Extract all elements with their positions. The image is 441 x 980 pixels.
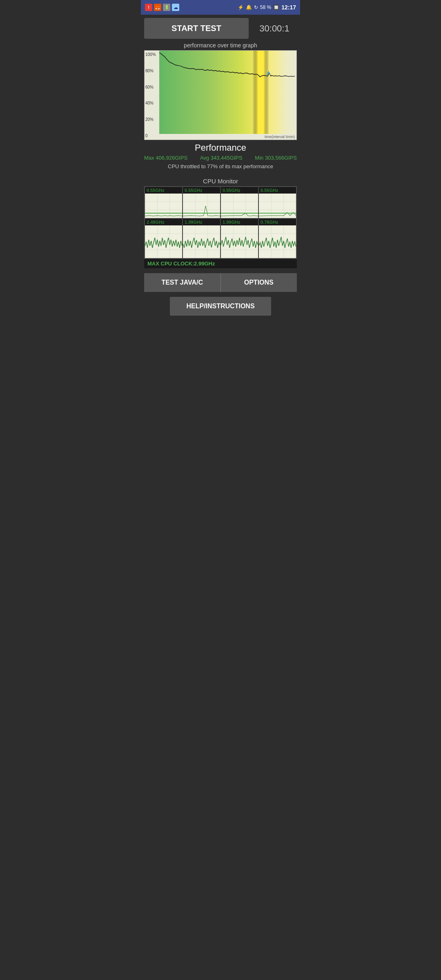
perf-avg: Avg 343,445GIPS: [200, 155, 243, 161]
cpu-chart-2: [183, 194, 220, 218]
options-button[interactable]: OPTIONS: [221, 273, 297, 292]
cpu-chart-1: [145, 194, 182, 218]
cpu-core-5: 2.49GHz: [145, 218, 183, 258]
cpu-freq-7: 1.99GHz: [221, 219, 258, 225]
help-instructions-button[interactable]: HELP/INSTRUCTIONS: [170, 297, 271, 316]
cpu-core-6: 1.99GHz: [183, 218, 220, 258]
bottom-buttons: TEST JAVA/C OPTIONS: [141, 273, 300, 292]
fox-icon: 🦊: [154, 4, 161, 11]
cpu-freq-6: 1.99GHz: [183, 219, 220, 225]
rotate-icon: ↻: [254, 4, 258, 10]
perf-max: Max 406,926GIPS: [144, 155, 187, 161]
timer-display: 30:00:1: [252, 23, 297, 34]
cpu-chart-3: [221, 194, 258, 218]
graph-area: [159, 51, 296, 134]
alert-icon: !: [145, 4, 152, 11]
help-button-row: HELP/INSTRUCTIONS: [141, 292, 300, 321]
svg-rect-14: [145, 194, 182, 218]
battery-warn-icon: 🔋: [163, 4, 170, 11]
battery-icon: 🔲: [273, 4, 279, 10]
start-test-button[interactable]: START TEST: [144, 18, 249, 39]
cpu-chart-6: [183, 225, 220, 258]
status-icons-left: ! 🦊 🔋 ☁: [145, 4, 179, 11]
clock: 12:17: [281, 4, 296, 11]
cpu-chart-5: [145, 225, 182, 258]
top-controls: START TEST 30:00:1: [141, 15, 300, 42]
status-bar: ! 🦊 🔋 ☁ ⚡ 🔔 ↻ 58 % 🔲 12:17: [141, 0, 300, 15]
cpu-monitor-title: CPU Monitor: [144, 178, 297, 185]
cpu-core-7: 1.99GHz: [220, 218, 258, 258]
cpu-freq-8: 0.78GHz: [259, 219, 296, 225]
cloud-icon: ☁: [172, 4, 179, 11]
performance-graph: 100% 80% 60% 40% 20% 0: [144, 50, 297, 140]
cpu-core-3: 0.55GHz: [220, 187, 258, 218]
status-icons-right: ⚡ 🔔 ↻ 58 % 🔲 12:17: [238, 4, 296, 11]
cpu-core-8: 0.78GHz: [258, 218, 296, 258]
svg-rect-13: [159, 51, 296, 134]
cpu-freq-1: 0.55GHz: [145, 187, 182, 194]
cpu-chart-8: [259, 225, 296, 258]
graph-x-label: time(interval 5min): [265, 135, 295, 139]
max-cpu-clock: MAX CPU CLOCK:2.99GHz: [144, 259, 297, 268]
cpu-core-1: 0.55GHz: [145, 187, 183, 218]
test-java-button[interactable]: TEST JAVA/C: [144, 273, 221, 292]
cpu-monitor-section: CPU Monitor 0.55GHz: [141, 178, 300, 272]
cpu-freq-5: 2.49GHz: [145, 219, 182, 225]
perf-values: Max 406,926GIPS Avg 343,445GIPS Min 303,…: [144, 155, 297, 161]
cpu-core-2: 0.55GHz: [183, 187, 220, 218]
performance-stats: Performance Max 406,926GIPS Avg 343,445G…: [141, 140, 300, 178]
graph-y-labels: 100% 80% 60% 40% 20% 0: [145, 51, 159, 140]
cpu-freq-4: 0.55GHz: [259, 187, 296, 194]
cpu-freq-3: 0.55GHz: [221, 187, 258, 194]
perf-min: Min 303,566GIPS: [255, 155, 297, 161]
performance-title: Performance: [144, 143, 297, 153]
cpu-freq-2: 0.55GHz: [183, 187, 220, 194]
cpu-core-4: 0.55GHz: [258, 187, 296, 218]
bluetooth-icon: ⚡: [238, 4, 244, 10]
graph-section: performance over time graph 100% 80% 60%…: [141, 42, 300, 140]
perf-throttle: CPU throttled to 77% of its max performa…: [144, 163, 297, 169]
svg-rect-32: [259, 194, 296, 218]
graph-title: performance over time graph: [144, 42, 297, 49]
svg-rect-26: [221, 194, 258, 218]
cpu-chart-4: [259, 194, 296, 218]
bell-icon: 🔔: [246, 4, 252, 10]
battery-pct: 58 %: [260, 4, 271, 10]
svg-rect-20: [183, 194, 220, 218]
cpu-grid: 0.55GHz 0.55GHz: [144, 186, 297, 259]
cpu-chart-7: [221, 225, 258, 258]
